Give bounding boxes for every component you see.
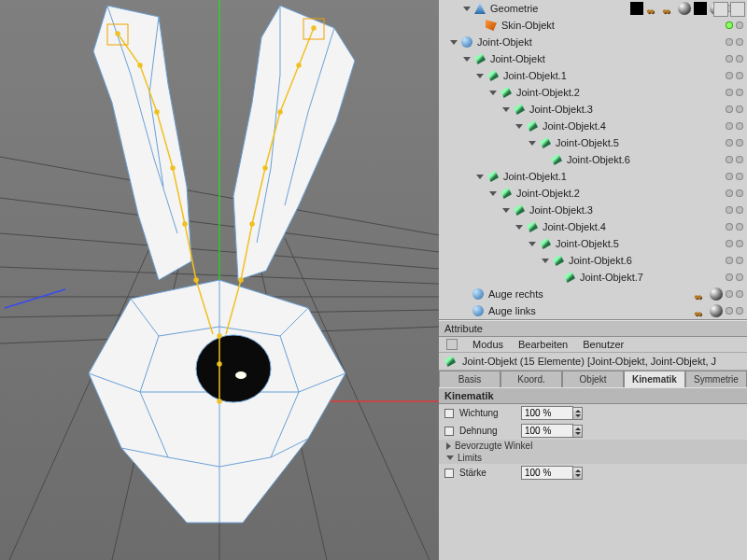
tag-sphere-icon[interactable]: [678, 2, 691, 15]
expand-toggle-icon[interactable]: [502, 105, 512, 114]
visibility-dots[interactable]: [726, 206, 747, 214]
tab-kinematik[interactable]: Kinematik: [624, 371, 685, 387]
visibility-dot[interactable]: [736, 173, 743, 180]
visibility-dot[interactable]: [736, 240, 743, 247]
spinner-dehnung[interactable]: [573, 425, 583, 438]
visibility-dot[interactable]: [726, 38, 733, 46]
visibility-dot[interactable]: [736, 307, 743, 315]
visibility-dot[interactable]: [736, 257, 743, 264]
spinner-wichtung[interactable]: [573, 407, 583, 420]
visibility-dots[interactable]: [726, 72, 747, 79]
visibility-dots[interactable]: [694, 304, 747, 317]
visibility-dot[interactable]: [736, 105, 743, 113]
sub-bevorzugte-winkel[interactable]: Bevorzugte Winkel: [439, 440, 747, 452]
tree-item[interactable]: Joint-Objekt.3: [439, 202, 747, 218]
visibility-dots[interactable]: [726, 38, 747, 46]
tree-item[interactable]: Joint-Objekt.5: [439, 235, 747, 252]
visibility-dot[interactable]: [726, 72, 733, 79]
visibility-dot[interactable]: [726, 55, 733, 63]
tree-item[interactable]: Joint-Objekt.1: [439, 67, 747, 84]
visibility-dot[interactable]: [726, 139, 733, 147]
tree-item[interactable]: Joint-Objekt: [439, 34, 747, 50]
visibility-dots[interactable]: [726, 240, 747, 247]
expand-toggle-icon[interactable]: [542, 256, 551, 265]
display-filter-icon[interactable]: [713, 2, 728, 17]
visibility-dots[interactable]: [726, 189, 747, 197]
visibility-dot[interactable]: [726, 173, 733, 180]
tree-item[interactable]: Joint-Objekt.4: [439, 218, 747, 235]
visibility-dot[interactable]: [726, 156, 733, 163]
tree-item[interactable]: Joint-Objekt.1: [439, 168, 747, 185]
visibility-dot[interactable]: [736, 72, 743, 79]
visibility-dots[interactable]: [726, 139, 747, 147]
visibility-dot[interactable]: [726, 122, 733, 130]
attribute-menu-icon[interactable]: [446, 339, 458, 350]
visibility-dot[interactable]: [726, 223, 733, 231]
checkbox-staerke[interactable]: [444, 469, 454, 478]
tag-balls-icon[interactable]: [694, 304, 707, 317]
tree-item[interactable]: Auge rechts: [439, 286, 747, 302]
viewport-3d[interactable]: [0, 0, 439, 560]
visibility-dot[interactable]: [736, 139, 743, 147]
visibility-dots[interactable]: [726, 21, 747, 29]
object-manager[interactable]: GeometrieSkin-ObjektJoint-ObjektJoint-Ob…: [439, 0, 747, 320]
visibility-dot[interactable]: [736, 223, 743, 231]
tag-balls-icon[interactable]: [694, 287, 707, 301]
visibility-dot[interactable]: [726, 240, 733, 247]
tag-sphere-icon[interactable]: [710, 304, 723, 317]
expand-toggle-icon[interactable]: [515, 222, 525, 231]
tree-item[interactable]: Joint-Objekt.7: [439, 269, 747, 286]
tab-koord[interactable]: Koord.: [500, 371, 562, 387]
visibility-dot[interactable]: [726, 189, 733, 197]
tab-objekt[interactable]: Objekt: [562, 371, 624, 387]
tag-check-icon[interactable]: [694, 2, 707, 15]
visibility-dot[interactable]: [736, 206, 743, 214]
visibility-dots[interactable]: [726, 223, 747, 231]
tree-item[interactable]: Joint-Objekt.2: [439, 84, 747, 101]
expand-toggle-icon[interactable]: [489, 189, 499, 198]
display-filter-icon[interactable]: [730, 2, 745, 17]
expand-toggle-icon[interactable]: [463, 4, 472, 13]
checkbox-wichtung[interactable]: [444, 409, 454, 418]
tree-item[interactable]: Joint-Objekt.4: [439, 118, 747, 134]
visibility-dot[interactable]: [726, 206, 733, 214]
tag-balls-icon[interactable]: [662, 2, 675, 15]
visibility-dot[interactable]: [736, 189, 743, 197]
visibility-dots[interactable]: [726, 156, 747, 163]
attribute-menubar[interactable]: Modus Bearbeiten Benutzer: [439, 337, 747, 353]
visibility-dot[interactable]: [726, 257, 733, 264]
expand-toggle-icon[interactable]: [529, 239, 538, 248]
visibility-dot[interactable]: [726, 290, 733, 298]
tree-item[interactable]: Skin-Objekt: [439, 17, 747, 34]
tree-item[interactable]: Joint-Objekt.6: [439, 252, 747, 269]
expand-toggle-icon[interactable]: [489, 88, 499, 97]
menu-bearbeiten[interactable]: Bearbeiten: [518, 339, 568, 350]
tree-item[interactable]: Auge links: [439, 302, 747, 319]
menu-modus[interactable]: Modus: [472, 339, 503, 350]
tree-item[interactable]: Joint-Objekt.5: [439, 134, 747, 151]
expand-toggle-icon[interactable]: [450, 37, 459, 47]
checkbox-dehnung[interactable]: [444, 427, 454, 436]
visibility-dots[interactable]: [726, 89, 747, 96]
visibility-dots[interactable]: [726, 55, 747, 63]
tree-item[interactable]: Joint-Objekt.2: [439, 185, 747, 202]
expand-toggle-icon[interactable]: [502, 205, 512, 215]
visibility-dot[interactable]: [736, 55, 743, 63]
expand-toggle-icon[interactable]: [529, 138, 538, 147]
visibility-dots[interactable]: [726, 122, 747, 130]
menu-benutzer[interactable]: Benutzer: [583, 339, 624, 350]
tree-item[interactable]: Geometrie: [439, 0, 747, 17]
sub-limits[interactable]: Limits: [439, 452, 747, 464]
expand-toggle-icon[interactable]: [476, 71, 486, 80]
tree-item[interactable]: Joint-Objekt.3: [439, 101, 747, 118]
input-staerke[interactable]: [521, 466, 573, 480]
visibility-dot[interactable]: [736, 38, 743, 46]
visibility-dots[interactable]: [726, 257, 747, 264]
attribute-tabs[interactable]: BasisKoord.ObjektKinematikSymmetrie: [439, 371, 747, 387]
visibility-dot[interactable]: [726, 21, 733, 29]
visibility-dot[interactable]: [736, 290, 743, 298]
expand-toggle-icon[interactable]: [463, 54, 472, 63]
visibility-dot[interactable]: [736, 89, 743, 96]
visibility-dot[interactable]: [736, 21, 743, 29]
tree-item[interactable]: Joint-Objekt: [439, 50, 747, 67]
